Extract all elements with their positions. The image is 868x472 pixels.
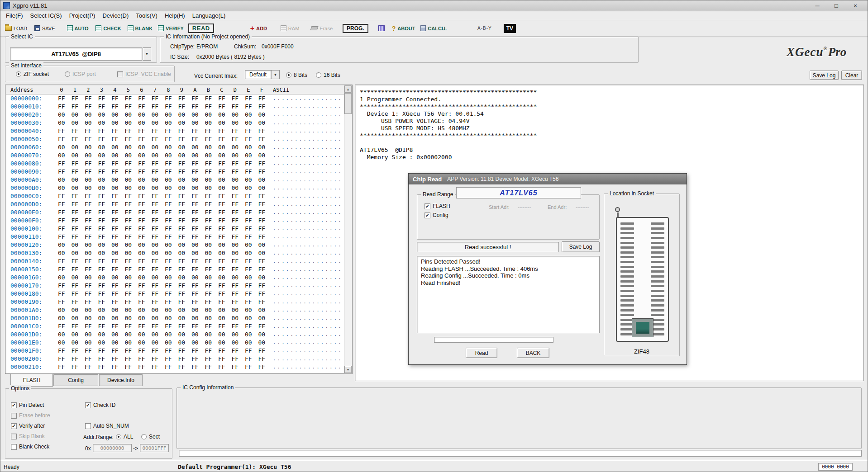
hex-byte[interactable]: FF <box>255 322 269 330</box>
hex-byte[interactable]: 00 <box>108 176 122 184</box>
hex-byte[interactable]: 00 <box>135 176 148 184</box>
hex-byte[interactable]: FF <box>175 363 189 371</box>
hex-byte[interactable]: FF <box>202 322 215 330</box>
hex-byte[interactable]: FF <box>215 363 229 371</box>
hex-byte[interactable]: FF <box>242 103 255 111</box>
hex-byte[interactable]: FF <box>215 233 229 241</box>
hex-ascii[interactable]: ................ <box>273 249 341 257</box>
hex-byte[interactable]: FF <box>162 208 175 217</box>
hex-byte[interactable]: 00 <box>175 151 189 160</box>
hex-byte[interactable]: FF <box>81 168 95 176</box>
hex-byte[interactable]: 00 <box>55 274 68 282</box>
hex-byte[interactable]: FF <box>81 347 95 355</box>
hex-byte[interactable]: FF <box>108 135 122 143</box>
hex-byte[interactable]: FF <box>215 208 229 217</box>
hex-byte[interactable]: FF <box>135 233 148 241</box>
hex-byte[interactable]: 00 <box>255 111 269 119</box>
hex-byte[interactable]: FF <box>68 103 82 111</box>
hex-byte[interactable]: 00 <box>188 119 202 127</box>
hex-byte[interactable]: 00 <box>162 143 175 151</box>
hex-byte[interactable]: 00 <box>255 143 269 151</box>
hex-byte[interactable]: 00 <box>122 314 135 322</box>
hex-byte[interactable]: FF <box>229 298 242 306</box>
hex-byte[interactable]: 00 <box>162 274 175 282</box>
hex-byte[interactable]: 00 <box>229 111 242 119</box>
hex-byte[interactable]: FF <box>242 257 255 265</box>
hex-byte[interactable]: 00 <box>215 111 229 119</box>
hex-byte[interactable]: FF <box>81 282 95 290</box>
hex-byte[interactable]: 00 <box>81 330 95 339</box>
menu-item-filef[interactable]: File(F) <box>2 12 27 19</box>
hex-byte[interactable]: FF <box>175 233 189 241</box>
hex-byte[interactable]: 00 <box>188 176 202 184</box>
hex-byte[interactable]: 00 <box>108 314 122 322</box>
hex-byte[interactable]: 00 <box>122 274 135 282</box>
hex-byte[interactable]: FF <box>175 200 189 208</box>
hex-byte[interactable]: FF <box>255 135 269 143</box>
hex-byte[interactable]: 00 <box>215 119 229 127</box>
load-button[interactable]: LOAD <box>5 26 27 31</box>
prog-button[interactable]: PROG. <box>343 24 368 33</box>
hex-byte[interactable]: FF <box>55 217 68 225</box>
hex-byte[interactable]: FF <box>108 192 122 200</box>
hex-byte[interactable]: FF <box>215 298 229 306</box>
hex-byte[interactable]: FF <box>202 103 215 111</box>
hex-byte[interactable]: 00 <box>175 249 189 257</box>
hex-byte[interactable]: 00 <box>122 143 135 151</box>
hex-byte[interactable]: FF <box>202 168 215 176</box>
hex-byte[interactable]: 00 <box>95 151 109 160</box>
hex-byte[interactable]: 00 <box>188 314 202 322</box>
hex-byte[interactable]: 00 <box>108 241 122 249</box>
hex-byte[interactable]: FF <box>229 347 242 355</box>
hex-byte[interactable]: 00 <box>202 151 215 160</box>
addr-range-sect-radio[interactable]: Sect <box>141 434 160 440</box>
hex-byte[interactable]: FF <box>81 225 95 233</box>
hex-ascii[interactable]: ................ <box>273 111 341 119</box>
hex-byte[interactable]: 00 <box>242 241 255 249</box>
tv-button[interactable]: TV <box>504 24 516 33</box>
hex-byte[interactable]: FF <box>229 233 242 241</box>
hex-byte[interactable]: 00 <box>68 339 82 347</box>
hex-byte[interactable]: 00 <box>188 184 202 192</box>
hex-byte[interactable]: FF <box>188 192 202 200</box>
hex-byte[interactable]: FF <box>202 208 215 217</box>
hex-byte[interactable]: FF <box>135 192 148 200</box>
hex-byte[interactable]: FF <box>55 225 68 233</box>
hex-byte[interactable]: 00 <box>162 371 175 373</box>
hex-byte[interactable]: FF <box>122 290 135 298</box>
hex-byte[interactable]: FF <box>229 355 242 363</box>
hex-byte[interactable]: FF <box>95 192 109 200</box>
hex-byte[interactable]: FF <box>81 192 95 200</box>
hex-byte[interactable]: FF <box>162 160 175 168</box>
hex-byte[interactable]: FF <box>108 217 122 225</box>
hex-byte[interactable]: FF <box>175 298 189 306</box>
bits-8-radio[interactable]: 8 Bits <box>286 72 307 78</box>
hex-ascii[interactable]: ................ <box>273 233 341 241</box>
hex-byte[interactable]: 00 <box>95 314 109 322</box>
hex-byte[interactable]: 00 <box>242 119 255 127</box>
hex-byte[interactable]: FF <box>81 217 95 225</box>
hex-byte[interactable]: 00 <box>175 314 189 322</box>
hex-byte[interactable]: FF <box>95 347 109 355</box>
hex-byte[interactable]: FF <box>215 160 229 168</box>
hex-byte[interactable]: FF <box>215 322 229 330</box>
hex-byte[interactable]: FF <box>148 208 162 217</box>
hex-byte[interactable]: FF <box>175 265 189 274</box>
hex-byte[interactable]: FF <box>135 225 148 233</box>
hex-ascii[interactable]: ................ <box>273 257 341 265</box>
hex-byte[interactable]: 00 <box>108 151 122 160</box>
hex-byte[interactable]: 00 <box>255 176 269 184</box>
hex-byte[interactable]: FF <box>215 192 229 200</box>
hex-byte[interactable]: 00 <box>188 151 202 160</box>
hex-byte[interactable]: 00 <box>55 143 68 151</box>
hex-byte[interactable]: 00 <box>95 111 109 119</box>
hex-byte[interactable]: 00 <box>255 330 269 339</box>
hex-byte[interactable]: FF <box>229 363 242 371</box>
hex-byte[interactable]: FF <box>135 103 148 111</box>
hex-byte[interactable]: 00 <box>148 151 162 160</box>
hex-byte[interactable]: 00 <box>108 339 122 347</box>
hex-byte[interactable]: FF <box>188 347 202 355</box>
hex-ascii[interactable]: ................ <box>273 314 341 322</box>
hex-byte[interactable]: 00 <box>202 241 215 249</box>
hex-byte[interactable]: 00 <box>108 111 122 119</box>
